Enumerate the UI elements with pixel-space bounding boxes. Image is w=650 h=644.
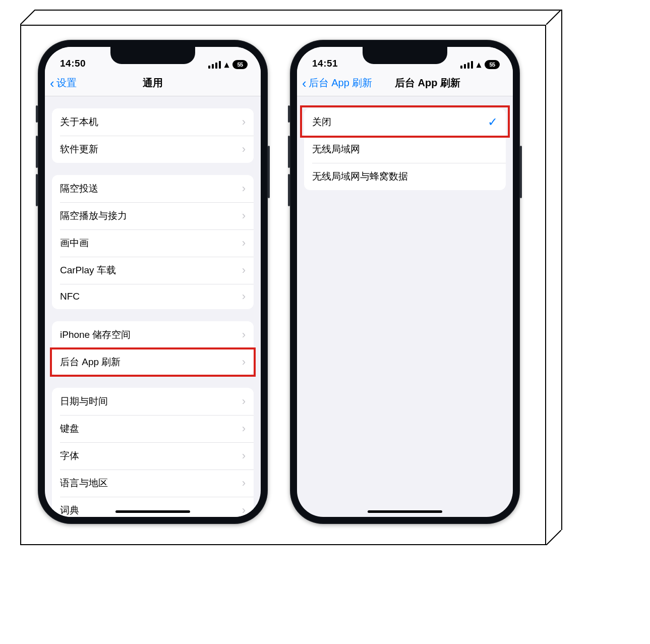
row-pip[interactable]: 画中画› — [52, 229, 254, 257]
screen-left: 14:50 ▴ 55 ‹ 设置 通用 关于本机›软件更新›隔空投送›隔空播放与接… — [45, 47, 261, 517]
row-iphone-storage[interactable]: iPhone 储存空间› — [52, 321, 254, 348]
frame-back-top-edge — [35, 10, 561, 11]
row-label: NFC — [60, 291, 80, 302]
frame-diag-top-right — [546, 10, 561, 25]
phone-mockup-right: 14:51 ▴ 55 ‹ 后台 App 刷新 后台 App 刷新 关闭✓无线局域… — [290, 40, 520, 524]
settings-group: 隔空投送›隔空播放与接力›画中画›CarPlay 车载›NFC› — [52, 175, 254, 309]
row-label: iPhone 储存空间 — [60, 328, 131, 341]
option-wifi[interactable]: 无线局域网 — [304, 136, 506, 163]
status-icons: ▴ 55 — [208, 60, 248, 69]
row-background-app-refresh[interactable]: 后台 App 刷新› — [52, 348, 254, 376]
settings-group: 关于本机›软件更新› — [52, 108, 254, 163]
row-airplay-handoff[interactable]: 隔空播放与接力› — [52, 202, 254, 229]
settings-group: iPhone 储存空间›后台 App 刷新› — [52, 321, 254, 376]
wifi-icon: ▴ — [477, 60, 481, 69]
row-carplay[interactable]: CarPlay 车载› — [52, 257, 254, 284]
chevron-right-icon: › — [242, 478, 246, 489]
notch — [110, 47, 195, 64]
chevron-right-icon: › — [242, 265, 246, 276]
back-label: 设置 — [56, 76, 77, 90]
status-icons: ▴ 55 — [460, 60, 500, 69]
row-about[interactable]: 关于本机› — [52, 108, 254, 136]
row-fonts[interactable]: 字体› — [52, 442, 254, 470]
svg-line-1 — [546, 10, 561, 25]
phone-mockup-left: 14:50 ▴ 55 ‹ 设置 通用 关于本机›软件更新›隔空投送›隔空播放与接… — [38, 40, 268, 524]
option-wifi-cellular[interactable]: 无线局域网与蜂窝数据 — [304, 163, 506, 190]
row-label: CarPlay 车载 — [60, 264, 116, 277]
row-keyboard[interactable]: 键盘› — [52, 415, 254, 442]
volume-down-button — [36, 174, 38, 206]
row-language-region[interactable]: 语言与地区› — [52, 470, 254, 497]
power-button — [520, 146, 522, 198]
battery-icon: 55 — [232, 60, 248, 69]
chevron-right-icon: › — [242, 450, 246, 461]
option-off[interactable]: 关闭✓ — [304, 108, 506, 136]
row-label: 日期与时间 — [60, 395, 108, 408]
chevron-right-icon: › — [242, 116, 246, 128]
row-label: 软件更新 — [60, 143, 98, 156]
chevron-left-icon: ‹ — [50, 77, 54, 90]
settings-group: 日期与时间›键盘›字体›语言与地区›词典› — [52, 388, 254, 517]
mute-switch — [36, 105, 38, 123]
row-label: 隔空投送 — [60, 182, 98, 195]
cellular-signal-icon — [460, 61, 473, 69]
chevron-right-icon: › — [242, 423, 246, 434]
option-label: 无线局域网与蜂窝数据 — [312, 170, 408, 183]
row-label: 字体 — [60, 449, 79, 462]
mute-switch — [288, 105, 290, 123]
volume-down-button — [288, 174, 290, 206]
chevron-right-icon: › — [242, 505, 246, 516]
row-label: 关于本机 — [60, 115, 98, 129]
wifi-icon: ▴ — [224, 60, 229, 69]
page-title: 后台 App 刷新 — [395, 76, 460, 90]
chevron-right-icon: › — [242, 144, 246, 155]
options-group: 关闭✓无线局域网无线局域网与蜂窝数据 — [304, 108, 506, 190]
chevron-right-icon: › — [242, 291, 246, 302]
back-button[interactable]: ‹ 后台 App 刷新 — [302, 70, 372, 96]
row-nfc[interactable]: NFC› — [52, 284, 254, 309]
status-time: 14:50 — [60, 58, 86, 69]
power-button — [268, 146, 270, 198]
battery-icon: 55 — [485, 60, 500, 69]
notch — [363, 47, 447, 64]
back-button[interactable]: ‹ 设置 — [50, 70, 77, 96]
svg-line-0 — [20, 10, 35, 25]
home-indicator[interactable] — [115, 510, 190, 513]
row-dictionary[interactable]: 词典› — [52, 497, 254, 517]
row-date-time[interactable]: 日期与时间› — [52, 388, 254, 415]
frame-diag-bottom-right — [546, 530, 561, 545]
row-label: 词典 — [60, 504, 79, 517]
chevron-right-icon: › — [242, 396, 246, 407]
checkmark-icon: ✓ — [488, 116, 498, 128]
content-area[interactable]: 关闭✓无线局域网无线局域网与蜂窝数据 — [297, 96, 513, 517]
chevron-right-icon: › — [242, 329, 246, 340]
chevron-right-icon: › — [242, 210, 246, 221]
row-label: 画中画 — [60, 237, 89, 250]
option-label: 无线局域网 — [312, 143, 360, 156]
row-label: 语言与地区 — [60, 477, 108, 490]
row-label: 键盘 — [60, 422, 79, 435]
nav-bar: ‹ 后台 App 刷新 后台 App 刷新 — [297, 70, 513, 96]
row-label: 隔空播放与接力 — [60, 209, 127, 222]
chevron-right-icon: › — [242, 183, 246, 194]
screen-right: 14:51 ▴ 55 ‹ 后台 App 刷新 后台 App 刷新 关闭✓无线局域… — [297, 47, 513, 517]
cellular-signal-icon — [208, 61, 221, 69]
option-label: 关闭 — [312, 115, 331, 129]
frame-diag-top-left — [20, 10, 35, 25]
volume-up-button — [36, 136, 38, 168]
chevron-right-icon: › — [242, 357, 246, 368]
frame-back-right-edge — [561, 10, 562, 530]
content-area[interactable]: 关于本机›软件更新›隔空投送›隔空播放与接力›画中画›CarPlay 车载›NF… — [45, 96, 261, 517]
status-time: 14:51 — [312, 58, 338, 69]
row-label: 后台 App 刷新 — [60, 356, 121, 369]
chevron-right-icon: › — [242, 238, 246, 249]
volume-up-button — [288, 136, 290, 168]
nav-bar: ‹ 设置 通用 — [45, 70, 261, 96]
page-title: 通用 — [143, 76, 163, 90]
row-software-update[interactable]: 软件更新› — [52, 136, 254, 163]
chevron-left-icon: ‹ — [302, 77, 307, 90]
home-indicator[interactable] — [368, 510, 442, 513]
svg-line-2 — [546, 530, 561, 545]
row-airdrop[interactable]: 隔空投送› — [52, 175, 254, 202]
back-label: 后台 App 刷新 — [309, 76, 373, 90]
